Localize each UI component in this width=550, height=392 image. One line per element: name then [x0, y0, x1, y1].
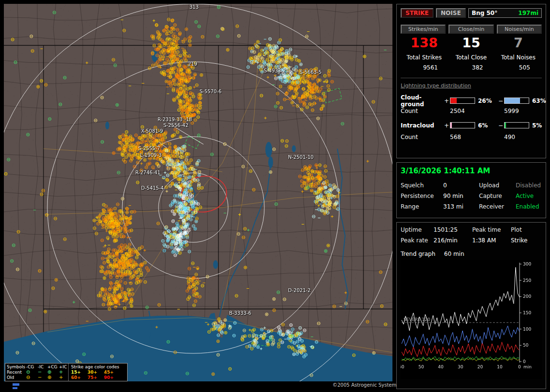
- total-strikes: Total Strikes 9561: [401, 54, 448, 71]
- uptime-value: 1501:25: [434, 226, 472, 233]
- trend-section: Uptime 1501:25 Peak time Plot Peak rate …: [396, 222, 546, 389]
- age-15: 15+: [71, 370, 87, 375]
- cloud-ground-row: Cloud-ground + 26% − 63%: [401, 94, 542, 105]
- recent-neg-cg-icon: ⊖: [26, 370, 38, 375]
- uptime-table: Uptime 1501:25 Peak time Plot Peak rate …: [401, 226, 542, 244]
- count-label: Count: [401, 134, 450, 140]
- legend-old-label: Old: [7, 375, 26, 380]
- age-60: 60+: [71, 375, 87, 380]
- legend-age-table: Strike age color codes 15+ 30+ 45+ 60+ 7…: [69, 364, 123, 381]
- strikes-per-min-value: 138: [401, 36, 448, 50]
- divider: [401, 78, 542, 78]
- ic-minus-bar: [504, 122, 529, 128]
- upload-value: Disabled: [516, 182, 542, 189]
- squelch-value: 0: [443, 182, 479, 189]
- copyright-text: ©2005 Astrogenic Systems: [333, 382, 399, 388]
- total-close-value: 382: [448, 64, 494, 71]
- total-noises-value: 505: [495, 64, 542, 71]
- lightning-map-canvas[interactable]: [4, 4, 392, 381]
- strikes-per-min-header[interactable]: Strikes/min: [401, 25, 446, 34]
- plot-value: Strike: [511, 237, 542, 244]
- cg-minus-count: 5999: [504, 108, 542, 114]
- bearing-label: Bng 50°: [472, 10, 497, 16]
- old-pos-ic-icon: +: [59, 375, 67, 380]
- cg-minus-bar: [504, 98, 529, 104]
- bearing-display: Bng 50° 197mi: [468, 8, 542, 18]
- age-90: 90+: [104, 375, 120, 380]
- intracloud-count-row: Count 568 490: [401, 131, 542, 143]
- minus-sign: −: [498, 122, 504, 129]
- strike-stats-section: STRIKE NOISE Bng 50° 197mi Strikes/min C…: [396, 4, 546, 158]
- total-close-label: Total Close: [448, 54, 494, 61]
- old-neg-ic-icon: −: [38, 375, 47, 380]
- recent-pos-cg-icon: ⊕: [47, 370, 59, 375]
- intracloud-row: Intracloud + 6% − 5%: [401, 120, 542, 131]
- ic-minus-pct: 5%: [532, 122, 549, 129]
- map-legend: Symbols -CG -IC +CG +IC Recent ⊖ − ⊕ + O…: [5, 363, 128, 381]
- persistence-label: Persistence: [401, 193, 443, 199]
- ic-plus-bar: [450, 122, 475, 128]
- bearing-distance: 197mi: [518, 10, 538, 16]
- minus-sign: −: [498, 98, 504, 104]
- noises-per-min-value: 7: [495, 36, 542, 50]
- current-timestamp: 3/16/2026 1:40:11 AM: [401, 167, 542, 175]
- intracloud-label: Intracloud: [401, 122, 444, 129]
- total-strikes-value: 9561: [401, 64, 448, 71]
- old-pos-cg-icon: ⊕: [47, 375, 59, 380]
- peak-rate-value: 216/min: [434, 237, 472, 244]
- strike-button[interactable]: STRIKE: [401, 8, 434, 18]
- cloud-ground-label: Cloud-ground: [401, 94, 444, 108]
- cg-plus-bar: [450, 98, 475, 104]
- cg-plus-pct: 26%: [478, 98, 498, 104]
- ic-minus-count: 490: [504, 134, 542, 140]
- screen-artifact: [13, 383, 19, 386]
- legend-col-pos-cg: +CG: [47, 364, 59, 369]
- old-neg-cg-icon: ⊖: [26, 375, 38, 380]
- recent-neg-ic-icon: −: [38, 370, 47, 375]
- status-section: 3/16/2026 1:40:11 AM Squelch 0 Upload Di…: [396, 162, 546, 218]
- range-value: 313 mi: [443, 203, 479, 210]
- uptime-label: Uptime: [401, 226, 434, 233]
- legend-symbols-header: Symbols: [7, 364, 26, 369]
- plus-sign: +: [444, 98, 450, 104]
- legend-col-neg-ic: -IC: [38, 364, 47, 369]
- screen-artifact: [13, 387, 17, 389]
- age-45: 45+: [104, 370, 120, 375]
- peak-time-label: Peak time: [472, 226, 511, 233]
- noise-button[interactable]: NOISE: [436, 8, 466, 18]
- legend-col-neg-cg: -CG: [26, 364, 38, 369]
- plot-label: Plot: [511, 226, 542, 233]
- peak-time-value: 1:38 AM: [472, 237, 511, 244]
- age-30: 30+: [87, 370, 104, 375]
- close-per-min-header[interactable]: Close/min: [449, 25, 493, 34]
- peak-rate-label: Peak rate: [401, 237, 434, 244]
- total-close: Total Close 382: [448, 54, 494, 71]
- persistence-value: 90 min: [443, 193, 479, 199]
- capture-label: Capture: [479, 193, 516, 199]
- total-noises-label: Total Noises: [495, 54, 542, 61]
- cg-minus-pct: 63%: [532, 98, 549, 104]
- ic-plus-count: 568: [450, 134, 504, 140]
- legend-age-header: Strike age color codes: [71, 364, 120, 369]
- receiver-label: Receiver: [479, 203, 516, 210]
- squelch-label: Squelch: [401, 182, 443, 189]
- trend-graph-canvas: [401, 260, 542, 379]
- upload-label: Upload: [479, 182, 516, 189]
- legend-recent-label: Recent: [7, 370, 26, 375]
- receiver-value: Enabled: [516, 203, 542, 210]
- noises-per-min-header[interactable]: Noises/min: [497, 25, 542, 34]
- capture-value: Active: [516, 193, 542, 199]
- age-75: 75+: [87, 375, 104, 380]
- cg-plus-count: 2504: [450, 108, 504, 114]
- right-panel: STRIKE NOISE Bng 50° 197mi Strikes/min C…: [396, 4, 547, 389]
- recent-pos-ic-icon: +: [59, 370, 67, 375]
- total-noises: Total Noises 505: [495, 54, 542, 71]
- lightning-map[interactable]: 313219S-5570-6S-4933-21S-5663-5R-2319-33…: [4, 4, 392, 381]
- legend-symbols-table: Symbols -CG -IC +CG +IC Recent ⊖ − ⊕ + O…: [5, 364, 69, 381]
- distribution-title: Lightning type distribution: [401, 83, 542, 89]
- receiver-status-table: Squelch 0 Upload Disabled Persistence 90…: [401, 182, 542, 210]
- trend-graph-label: Trend graph: [401, 251, 435, 257]
- trend-graph-header: Trend graph 60 min: [401, 251, 542, 257]
- plus-sign: +: [444, 122, 450, 129]
- range-label: Range: [401, 203, 443, 210]
